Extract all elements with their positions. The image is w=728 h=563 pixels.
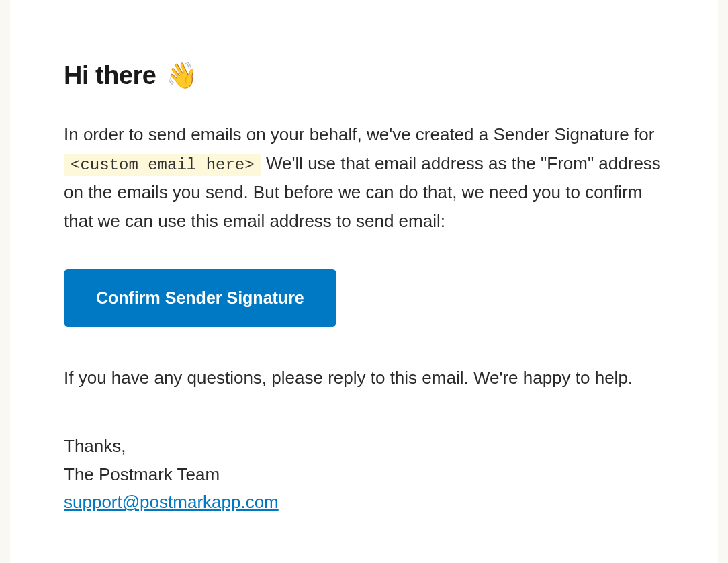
email-container: Hi there 👋 In order to send emails on yo… [10,0,718,563]
confirm-sender-signature-button[interactable]: Confirm Sender Signature [64,269,336,327]
body-text-part1: In order to send emails on your behalf, … [64,124,654,144]
signature-team: The Postmark Team [64,461,664,489]
greeting-heading: Hi there 👋 [64,60,664,90]
greeting-text: Hi there [64,61,156,89]
wave-icon: 👋 [166,61,197,89]
support-email-link[interactable]: support@postmarkapp.com [64,492,279,512]
body-paragraph: In order to send emails on your behalf, … [64,120,664,236]
help-paragraph: If you have any questions, please reply … [64,363,664,392]
signature-thanks: Thanks, [64,433,664,461]
signature-block: Thanks, The Postmark Team support@postma… [64,433,664,517]
email-placeholder: <custom email here> [64,154,261,176]
